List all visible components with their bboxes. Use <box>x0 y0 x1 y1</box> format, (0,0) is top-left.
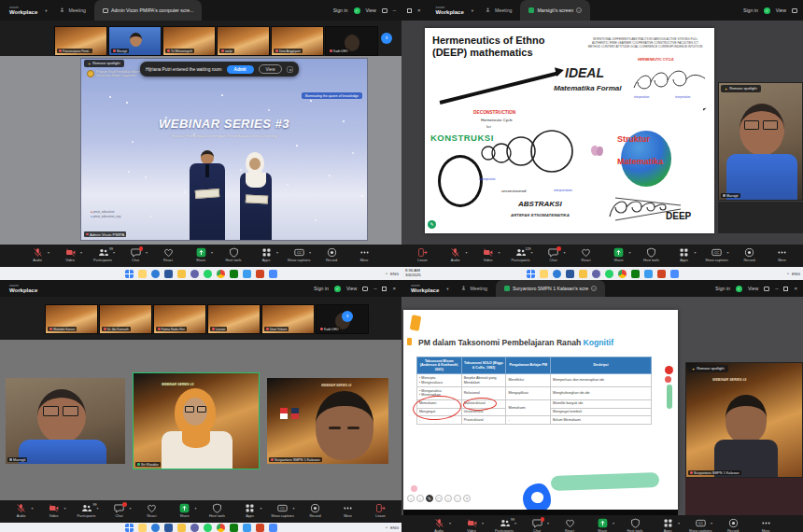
remove-spotlight-button[interactable]: ✦ Remove spotlight <box>688 365 728 372</box>
tab-shared-screen[interactable]: Suryantoro SMPN 1 Kalasan's scre − <box>496 280 605 297</box>
participants-button[interactable]: Participants▾129 <box>509 247 533 262</box>
system-tray[interactable]: ^ENG <box>386 523 399 532</box>
tab-shared-screen[interactable]: Marsigit's screen − <box>520 0 590 21</box>
word-icon[interactable] <box>164 524 173 532</box>
chrome-icon[interactable] <box>217 270 225 278</box>
participant-thumbnail[interactable]: Lasson <box>207 304 261 334</box>
edge-icon[interactable] <box>553 270 561 278</box>
presentation-control-button[interactable]: ▢ <box>435 495 443 502</box>
close-button[interactable]: × <box>417 7 421 13</box>
start-icon[interactable] <box>527 270 535 278</box>
sign-in-link[interactable]: Sign in <box>715 286 730 291</box>
leave-button[interactable]: Leave <box>411 247 435 262</box>
zoom-app-icon[interactable] <box>670 270 679 278</box>
system-tray[interactable]: ^ENG <box>386 267 399 280</box>
start-icon[interactable] <box>125 270 134 278</box>
teams-icon[interactable] <box>190 270 199 278</box>
captions-button[interactable]: CCShow captions▾ <box>271 503 295 518</box>
share-button[interactable]: Share▾ <box>590 518 614 532</box>
file-explorer-icon[interactable] <box>540 270 548 278</box>
chevron-up-icon[interactable]: ▾ <box>678 521 680 525</box>
participant-thumbnail[interactable]: Wahidah Sanusi <box>45 304 98 334</box>
tab-meeting[interactable]: Meeting <box>477 0 520 21</box>
chevron-down-icon[interactable]: ▾ <box>45 8 47 13</box>
minimize-button[interactable]: – <box>373 286 376 291</box>
file-explorer-icon[interactable] <box>138 524 147 532</box>
close-icon[interactable]: × <box>287 66 293 73</box>
tab-shared-screen[interactable]: Admin Vicon PMIPA's computer scre... <box>94 0 202 21</box>
photos-icon[interactable] <box>243 524 251 532</box>
chevron-up-icon[interactable]: ▾ <box>113 250 115 255</box>
participants-button[interactable]: Participants▾99 <box>75 503 99 518</box>
participant-thumbnail[interactable]: Kadir UHO <box>325 26 378 56</box>
teams-icon[interactable] <box>592 270 600 278</box>
close-button[interactable]: × <box>794 286 797 291</box>
maximize-button[interactable] <box>407 8 412 13</box>
powerpoint-icon[interactable] <box>256 270 264 278</box>
record-button[interactable]: Record <box>319 247 344 262</box>
react-button[interactable]: React <box>574 247 599 262</box>
presentation-control-button[interactable]: × <box>463 495 471 502</box>
view-waiting-button[interactable]: View <box>259 64 283 74</box>
folder-icon[interactable] <box>579 270 587 278</box>
word-icon[interactable] <box>566 270 574 278</box>
chrome-icon[interactable] <box>217 524 225 532</box>
zoom-app-icon[interactable] <box>269 524 277 532</box>
close-tab-icon[interactable]: − <box>591 286 597 291</box>
chevron-up-icon[interactable]: ▾ <box>292 506 294 511</box>
participant-thumbnail[interactable]: Fatma Nadia Rini <box>153 304 206 334</box>
audio-button[interactable]: Audio▾ <box>25 247 49 262</box>
chevron-up-icon[interactable]: ▾ <box>63 506 65 511</box>
audio-button[interactable]: Audio▾ <box>427 518 451 532</box>
folder-icon[interactable] <box>177 270 186 278</box>
chevron-up-icon[interactable]: ▾ <box>711 521 712 525</box>
chevron-up-icon[interactable]: ▾ <box>129 506 131 511</box>
view-button[interactable]: View <box>748 286 758 291</box>
chevron-up-icon[interactable]: ▾ <box>146 250 148 255</box>
apps-button[interactable]: Apps▾ <box>672 247 697 262</box>
participant-thumbnail[interactable]: Dr. Ida Karnasih <box>99 304 152 334</box>
chrome-icon[interactable] <box>618 270 627 278</box>
more-button[interactable]: More <box>352 247 376 262</box>
captions-button[interactable]: CCShow captions▾ <box>688 518 712 532</box>
photos-icon[interactable] <box>644 270 653 278</box>
chevron-up-icon[interactable]: ▾ <box>449 521 451 525</box>
record-button[interactable]: Record <box>303 503 328 518</box>
next-page-arrow-button[interactable]: › <box>381 33 392 44</box>
powerpoint-icon[interactable] <box>256 524 264 532</box>
view-button[interactable]: View <box>366 7 376 13</box>
chevron-down-icon[interactable]: ▾ <box>446 287 448 291</box>
chevron-up-icon[interactable]: ▾ <box>530 250 532 255</box>
photos-icon[interactable] <box>243 270 251 278</box>
captions-button[interactable]: CCShow captions▾ <box>287 247 311 262</box>
admit-button[interactable]: Admit <box>227 65 254 74</box>
react-button[interactable]: React <box>156 247 180 262</box>
host-tools-button[interactable]: Host tools <box>640 247 664 262</box>
share-button[interactable]: Share▾ <box>607 247 631 262</box>
maximize-button[interactable] <box>382 287 387 291</box>
presentation-control-button[interactable]: ○ <box>444 495 452 502</box>
apps-button[interactable]: Apps▾ <box>655 518 680 532</box>
remove-spotlight-button[interactable]: ✦ Remove spotlight <box>84 60 124 67</box>
tab-meeting[interactable]: Meeting <box>51 0 94 21</box>
next-page-arrow-button[interactable]: › <box>342 311 353 322</box>
presentation-control-button[interactable]: − <box>454 495 461 502</box>
chevron-up-icon[interactable]: ▾ <box>309 250 311 255</box>
view-button[interactable]: View <box>346 286 357 291</box>
apps-button[interactable]: Apps▾ <box>238 503 262 518</box>
apps-button[interactable]: Apps▾ <box>254 247 278 262</box>
word-icon[interactable] <box>164 270 173 278</box>
minimize-button[interactable]: – <box>775 286 778 291</box>
xbox-icon[interactable] <box>230 524 238 532</box>
more-button[interactable]: More <box>336 503 360 518</box>
host-tools-button[interactable]: Host tools <box>623 518 647 532</box>
close-tab-icon[interactable]: − <box>576 7 582 13</box>
chevron-up-icon[interactable]: ▾ <box>194 506 196 511</box>
chat-button[interactable]: Chat▾ <box>542 247 566 262</box>
participant-thumbnail[interactable]: Tri Wirnaningsih <box>162 26 216 56</box>
chevron-up-icon[interactable]: ▾ <box>211 250 213 255</box>
whatsapp-icon[interactable] <box>605 270 613 278</box>
share-button[interactable]: Share▾ <box>189 247 213 262</box>
chevron-up-icon[interactable]: ▾ <box>563 250 565 255</box>
system-tray[interactable]: ^ENG <box>787 267 800 280</box>
